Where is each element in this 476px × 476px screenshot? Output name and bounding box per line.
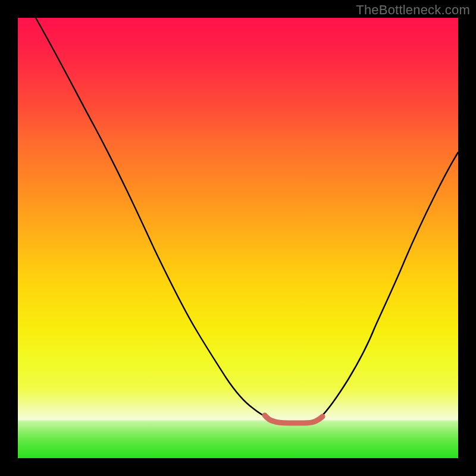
curve-layer: [18, 18, 458, 458]
trough-highlight: [265, 415, 322, 423]
right-curve: [321, 152, 458, 416]
chart-frame: TheBottleneck.com: [0, 0, 476, 476]
left-curve: [36, 18, 267, 416]
plot-area: [18, 18, 458, 458]
watermark-text: TheBottleneck.com: [356, 2, 470, 18]
